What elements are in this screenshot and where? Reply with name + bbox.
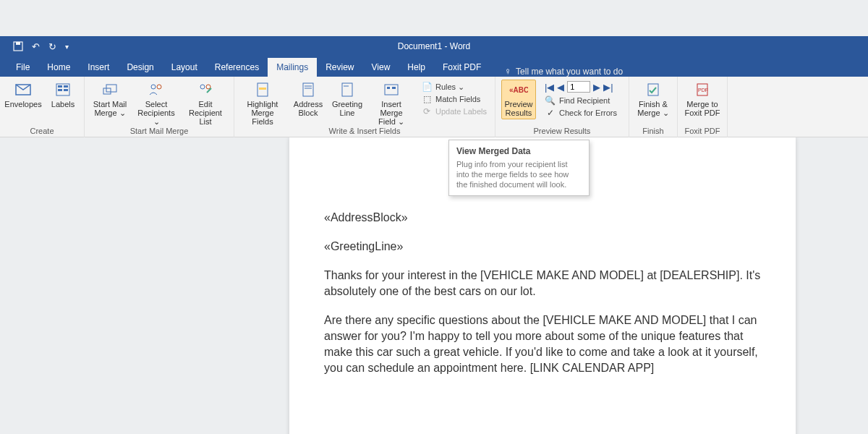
first-record-icon[interactable]: |◀ — [545, 82, 554, 93]
start-mail-merge-button[interactable]: Start Mail Merge ⌄ — [90, 80, 129, 117]
group-preview-label: Preview Results — [534, 127, 591, 137]
group-start-label: Start Mail Merge — [130, 127, 189, 137]
insert-merge-field-button[interactable]: Insert Merge Field ⌄ — [370, 80, 412, 126]
ribbon-tabs: File Home Insert Design Layout Reference… — [0, 56, 868, 77]
tab-design[interactable]: Design — [118, 58, 162, 77]
finish-merge-label: Finish & Merge ⌄ — [637, 100, 668, 117]
group-write-label: Write & Insert Fields — [329, 127, 401, 137]
foxit-pdf-icon: PDF — [695, 81, 710, 98]
svg-point-11 — [157, 85, 161, 89]
svg-rect-5 — [64, 85, 68, 88]
tab-review[interactable]: Review — [317, 58, 362, 77]
highlight-merge-fields-button[interactable]: Highlight Merge Fields — [240, 80, 285, 126]
tooltip-body: Plug info from your recipient list into … — [456, 159, 582, 190]
address-block-button[interactable]: Address Block — [292, 80, 324, 117]
group-finish: Finish & Merge ⌄ Finish — [629, 77, 678, 137]
group-start-mail-merge: Start Mail Merge ⌄ Select Recipients ⌄ E… — [85, 77, 234, 137]
tab-view[interactable]: View — [363, 58, 399, 77]
address-block-icon — [302, 81, 315, 98]
tab-references[interactable]: References — [206, 58, 268, 77]
preview-results-icon: «ABC» — [509, 81, 528, 98]
edit-recipient-list-button[interactable]: Edit Recipient List — [183, 80, 228, 126]
labels-label: Labels — [51, 100, 75, 109]
prev-record-icon[interactable]: ◀ — [557, 82, 564, 93]
insert-merge-field-label: Insert Merge Field ⌄ — [370, 100, 412, 126]
merge-to-foxit-label: Merge to Foxit PDF — [685, 100, 720, 117]
address-block-field[interactable]: «AddressBlock» — [324, 210, 761, 226]
envelopes-button[interactable]: Envelopes — [6, 80, 41, 109]
tooltip-title: View Merged Data — [456, 146, 582, 156]
group-create: Envelopes Labels Create — [0, 77, 85, 137]
lightbulb-icon: ♀ — [504, 66, 511, 77]
record-navigator: |◀ ◀ ▶ ▶| — [543, 81, 623, 94]
next-record-icon[interactable]: ▶ — [593, 82, 600, 93]
rules-button[interactable]: 📄Rules ⌄ — [420, 81, 489, 93]
match-fields-icon: ⬚ — [422, 94, 432, 104]
tell-me-placeholder: Tell me what you want to do — [516, 67, 623, 77]
mail-merge-icon — [102, 81, 118, 98]
greeting-line-field[interactable]: «GreetingLine» — [324, 239, 761, 255]
window-title: Document1 - Word — [0, 41, 868, 51]
greeting-line-icon — [341, 81, 354, 98]
finish-merge-button[interactable]: Finish & Merge ⌄ — [635, 80, 671, 117]
title-bar: ↶ ↻ ▾ Document1 - Word — [0, 36, 868, 56]
tab-home[interactable]: Home — [38, 58, 79, 77]
match-fields-button[interactable]: ⬚Match Fields — [420, 93, 489, 105]
select-recipients-label: Select Recipients ⌄ — [137, 100, 176, 126]
group-finish-label: Finish — [642, 127, 663, 137]
group-foxit-label: Foxit PDF — [685, 127, 720, 137]
paragraph-1[interactable]: Thanks for your interest in the [VEHICLE… — [324, 268, 761, 299]
tooltip-view-merged-data: View Merged Data Plug info from your rec… — [448, 140, 590, 196]
ribbon: Envelopes Labels Create Start Mail Merge… — [0, 77, 868, 137]
svg-text:«ABC»: «ABC» — [509, 86, 528, 94]
group-preview-results: «ABC» Preview Results |◀ ◀ ▶ ▶| 🔍Find Re… — [495, 77, 629, 137]
svg-rect-16 — [303, 83, 313, 96]
update-labels-icon: ⟳ — [422, 106, 432, 116]
svg-rect-15 — [259, 88, 266, 90]
svg-rect-19 — [342, 83, 352, 96]
greeting-line-label: Greeting Line — [332, 100, 362, 117]
edit-recipients-label: Edit Recipient List — [183, 100, 228, 126]
tab-file[interactable]: File — [7, 58, 38, 77]
svg-rect-21 — [385, 85, 398, 95]
svg-text:PDF: PDF — [698, 88, 708, 93]
insert-merge-field-icon — [383, 81, 399, 98]
tab-mailings[interactable]: Mailings — [268, 58, 317, 77]
check-errors-button[interactable]: ✓Check for Errors — [543, 107, 623, 119]
svg-rect-9 — [103, 88, 111, 94]
address-block-label: Address Block — [294, 100, 323, 117]
paragraph-2[interactable]: Are there any specific questions about t… — [324, 312, 761, 376]
preview-results-button[interactable]: «ABC» Preview Results — [501, 80, 536, 119]
svg-rect-25 — [648, 84, 658, 95]
group-create-label: Create — [30, 127, 54, 137]
tell-me-search[interactable]: ♀ Tell me what you want to do — [504, 66, 623, 77]
start-mail-merge-label: Start Mail Merge ⌄ — [93, 100, 127, 117]
svg-point-12 — [200, 85, 205, 89]
envelopes-label: Envelopes — [4, 100, 41, 109]
document-canvas[interactable]: «AddressBlock» «GreetingLine» Thanks for… — [0, 137, 868, 434]
rules-icon: 📄 — [422, 82, 432, 92]
find-recipient-button[interactable]: 🔍Find Recipient — [543, 95, 623, 106]
check-errors-icon: ✓ — [545, 108, 556, 118]
svg-rect-6 — [58, 89, 62, 91]
envelope-icon — [15, 81, 31, 98]
svg-rect-22 — [387, 87, 390, 89]
merge-to-foxit-button[interactable]: PDF Merge to Foxit PDF — [684, 80, 721, 117]
preview-results-label: Preview Results — [504, 100, 532, 117]
find-icon: 🔍 — [545, 95, 556, 106]
finish-merge-icon — [646, 81, 660, 98]
tab-insert[interactable]: Insert — [79, 58, 118, 77]
last-record-icon[interactable]: ▶| — [603, 82, 613, 93]
group-write-insert: Highlight Merge Fields Address Block Gre… — [234, 77, 495, 137]
tab-layout[interactable]: Layout — [163, 58, 206, 77]
select-recipients-icon — [148, 81, 165, 98]
record-number-input[interactable] — [567, 81, 590, 93]
labels-button[interactable]: Labels — [48, 80, 78, 109]
tab-help[interactable]: Help — [399, 58, 434, 77]
svg-rect-23 — [392, 87, 396, 89]
group-foxit: PDF Merge to Foxit PDF Foxit PDF — [678, 77, 728, 137]
svg-point-13 — [206, 85, 210, 89]
greeting-line-button[interactable]: Greeting Line — [331, 80, 363, 117]
tab-foxit[interactable]: Foxit PDF — [434, 58, 490, 77]
select-recipients-button[interactable]: Select Recipients ⌄ — [137, 80, 176, 126]
